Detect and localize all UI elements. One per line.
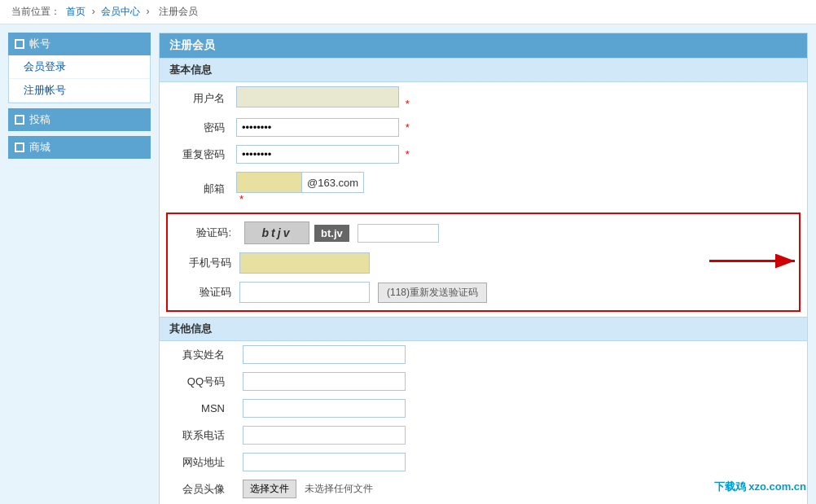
real-name-row: 真实姓名	[160, 341, 807, 368]
captcha-text-display: bt.jv	[314, 225, 349, 242]
sidebar-account-label: 帐号	[29, 37, 50, 51]
website-label: 网站地址	[160, 449, 233, 476]
contact-phone-row: 联系电话	[160, 422, 807, 449]
email-prefix-blurred[interactable]	[236, 172, 301, 193]
main-content: 注册会员 基本信息 用户名 * 密码 * 重复密码	[159, 33, 808, 504]
phone-label: 手机号码	[174, 256, 239, 270]
phone-input-blurred[interactable]	[239, 252, 370, 274]
choose-file-button[interactable]: 选择文件	[243, 480, 296, 498]
real-name-label: 真实姓名	[160, 341, 233, 368]
sidebar-section-account: 帐号 会员登录 注册帐号	[8, 33, 151, 103]
resend-button[interactable]: (118)重新发送验证码	[378, 283, 487, 303]
email-required: *	[239, 193, 243, 205]
contact-phone-input-cell	[233, 422, 807, 449]
password-required: *	[406, 121, 410, 134]
basic-info-table: 用户名 * 密码 * 重复密码 *	[160, 82, 807, 209]
account-icon	[15, 39, 24, 49]
qq-row: QQ号码	[160, 368, 807, 395]
sidebar-link-register[interactable]: 注册帐号	[9, 79, 150, 103]
no-file-text: 未选择任何文件	[305, 483, 373, 494]
sms-label: 验证码	[174, 285, 239, 300]
sidebar-shop-label: 商城	[29, 140, 50, 155]
username-input-cell: *	[233, 82, 807, 114]
email-suffix: @163.com	[301, 172, 364, 193]
real-name-input-cell	[233, 341, 807, 368]
sidebar-section-submit: 投稿	[8, 108, 151, 131]
breadcrumb-member-center[interactable]: 会员中心	[101, 6, 140, 17]
other-info-title: 其他信息	[160, 317, 807, 341]
sidebar-submit-label: 投稿	[29, 112, 50, 127]
username-required: *	[406, 98, 410, 110]
captcha-image: btjv	[244, 221, 309, 244]
sidebar-section-title-shop: 商城	[8, 136, 151, 159]
website-input-cell	[233, 449, 807, 476]
sidebar-section-title-account: 帐号	[8, 33, 151, 55]
msn-input[interactable]	[243, 399, 406, 418]
username-input-blurred[interactable]	[236, 86, 399, 107]
breadcrumb-home[interactable]: 首页	[66, 6, 86, 17]
arrow-icon	[701, 241, 807, 282]
password-label: 密码	[160, 114, 233, 141]
confirm-password-label: 重复密码	[160, 141, 233, 168]
sidebar-section-title-submit: 投稿	[8, 108, 151, 131]
website-row: 网站地址	[160, 449, 807, 476]
confirm-password-row: 重复密码 *	[160, 141, 807, 168]
msn-input-cell	[233, 395, 807, 422]
qq-input[interactable]	[243, 372, 406, 391]
contact-phone-input[interactable]	[243, 426, 406, 445]
arrow-container	[701, 241, 807, 284]
sidebar: 帐号 会员登录 注册帐号 投稿 商城	[8, 33, 151, 504]
captcha-input[interactable]	[358, 224, 439, 243]
confirm-password-required: *	[406, 148, 410, 160]
email-input-cell: @163.com *	[233, 168, 807, 209]
sidebar-link-login[interactable]: 会员登录	[9, 55, 150, 79]
email-row: 邮箱 @163.com *	[160, 168, 807, 209]
breadcrumb-sep1: ›	[92, 6, 95, 17]
breadcrumb-sep2: ›	[146, 6, 149, 17]
avatar-label: 会员头像	[160, 476, 233, 502]
basic-info-title: 基本信息	[160, 58, 807, 82]
password-input[interactable]	[236, 118, 399, 137]
captcha-label: 验证码:	[174, 226, 239, 240]
breadcrumb-bar: 当前位置： 首页 › 会员中心 › 注册会员	[0, 0, 816, 24]
password-input-cell: *	[233, 114, 807, 141]
sms-input[interactable]	[239, 282, 370, 303]
confirm-password-input-cell: *	[233, 141, 807, 168]
sidebar-links-account: 会员登录 注册帐号	[8, 55, 151, 103]
breadcrumb-current: 当前位置：	[11, 6, 60, 17]
qq-input-cell	[233, 368, 807, 395]
captcha-value: btjv	[262, 226, 292, 239]
email-label: 邮箱	[160, 168, 233, 209]
shop-icon	[15, 142, 24, 152]
msn-label: MSN	[160, 395, 233, 422]
email-input-row: @163.com	[236, 172, 801, 193]
other-info-table: 真实姓名 QQ号码 MSN 联系电话	[160, 341, 807, 504]
verify-section: 验证码: btjv bt.jv 手机号码 验证码 (118)重新发送验证码	[166, 213, 801, 312]
sidebar-section-shop: 商城	[8, 136, 151, 159]
confirm-password-input[interactable]	[236, 145, 399, 164]
password-row: 密码 *	[160, 114, 807, 141]
watermark: 下载鸡 xzo.com.cn	[714, 480, 806, 494]
website-input[interactable]	[243, 453, 406, 471]
msn-row: MSN	[160, 395, 807, 422]
breadcrumb-register: 注册会员	[159, 6, 198, 17]
contact-phone-label: 联系电话	[160, 422, 233, 449]
username-row: 用户名 *	[160, 82, 807, 114]
username-label: 用户名	[160, 82, 233, 114]
submit-icon	[15, 115, 24, 125]
form-title: 注册会员	[160, 33, 807, 58]
real-name-input[interactable]	[243, 345, 406, 364]
avatar-row: 会员头像 选择文件 未选择任何文件	[160, 476, 807, 502]
qq-label: QQ号码	[160, 368, 233, 395]
